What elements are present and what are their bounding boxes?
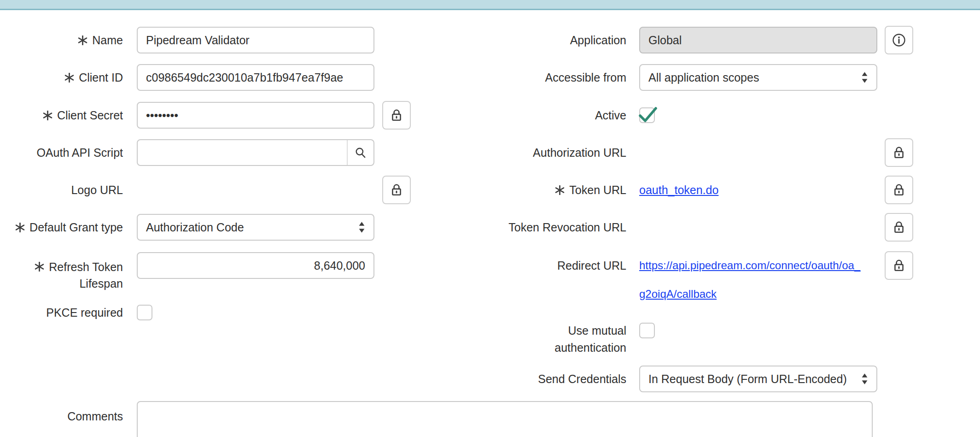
required-asterisk-icon: [64, 73, 74, 83]
token-url-link[interactable]: oauth_token.do: [639, 177, 718, 203]
send-credentials-label: Send Credentials: [479, 366, 626, 392]
select-spinner-icon: [861, 373, 868, 385]
select-spinner-icon: [358, 221, 365, 233]
active-label: Active: [479, 102, 626, 129]
pkce-required-checkbox[interactable]: [137, 305, 152, 320]
redirect-url-link-line2[interactable]: g2oiqA/callback: [639, 281, 717, 307]
oauth-api-script-reference-field[interactable]: [137, 139, 374, 166]
required-asterisk-icon: [35, 262, 44, 272]
required-asterisk-icon: [43, 111, 52, 120]
name-input[interactable]: [137, 27, 374, 53]
lock-icon: [391, 183, 402, 197]
send-credentials-select[interactable]: In Request Body (Form URL-Encoded): [639, 366, 877, 392]
redirect-url-link-line1[interactable]: https://api.pipedream.com/connect/oauth/…: [639, 252, 860, 279]
comments-label: Comments: [9, 403, 123, 430]
default-grant-type-label: Default Grant type: [9, 214, 123, 241]
required-asterisk-icon: [15, 223, 25, 232]
client-id-input[interactable]: [137, 64, 374, 91]
client-secret-label: Client Secret: [9, 102, 123, 129]
lock-icon: [893, 183, 905, 197]
use-mutual-authentication-label: Use mutual authentication: [479, 322, 626, 356]
name-label: Name: [9, 27, 123, 53]
lock-icon: [391, 108, 402, 122]
authorization-url-lock-button[interactable]: [885, 138, 913, 167]
comments-textarea[interactable]: [137, 401, 873, 437]
info-icon: [892, 33, 906, 47]
redirect-url-label: Redirect URL: [479, 252, 626, 279]
token-url-label: Token URL: [479, 177, 626, 203]
client-secret-lock-button[interactable]: [382, 101, 411, 130]
select-spinner-icon: [861, 71, 868, 83]
lock-icon: [893, 220, 905, 234]
active-checkbox[interactable]: [639, 107, 655, 123]
redirect-url-lock-button[interactable]: [885, 251, 913, 280]
logo-url-lock-button[interactable]: [382, 176, 411, 204]
application-readonly-field: Global: [639, 27, 877, 53]
lock-icon: [893, 259, 905, 272]
client-secret-input[interactable]: [137, 102, 374, 129]
top-banner-bar: [0, 0, 980, 10]
token-url-lock-button[interactable]: [885, 176, 913, 204]
accessible-from-select[interactable]: All application scopes: [639, 64, 877, 91]
reference-lookup-button[interactable]: [347, 140, 373, 165]
refresh-token-lifespan-label: Refresh Token Lifespan: [9, 252, 123, 291]
lock-icon: [893, 146, 905, 159]
accessible-from-label: Accessible from: [479, 64, 626, 91]
checkmark-icon: [639, 107, 657, 123]
required-asterisk-icon: [555, 185, 565, 195]
pkce-required-label: PKCE required: [9, 299, 123, 326]
authorization-url-label: Authorization URL: [479, 139, 626, 166]
use-mutual-authentication-checkbox[interactable]: [639, 323, 655, 338]
token-revocation-url-lock-button[interactable]: [885, 213, 913, 242]
application-label: Application: [479, 27, 626, 53]
token-revocation-url-label: Token Revocation URL: [479, 214, 626, 241]
oauth-api-script-input[interactable]: [138, 140, 347, 165]
application-info-button[interactable]: [885, 26, 913, 54]
default-grant-type-select[interactable]: Authorization Code: [137, 214, 374, 241]
oauth-api-script-label: OAuth API Script: [9, 139, 123, 166]
refresh-token-lifespan-input[interactable]: [137, 252, 374, 279]
logo-url-label: Logo URL: [9, 177, 123, 203]
required-asterisk-icon: [78, 35, 88, 45]
client-id-label: Client ID: [9, 64, 123, 91]
search-icon: [355, 147, 367, 159]
